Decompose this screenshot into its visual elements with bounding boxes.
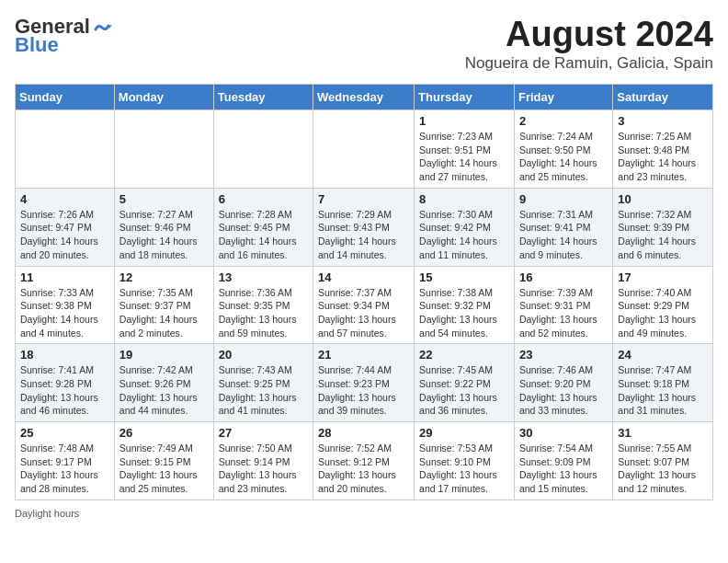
day-detail: Sunrise: 7:36 AM Sunset: 9:35 PM Dayligh… [219,286,308,340]
day-number: 20 [219,348,308,362]
day-detail: Sunrise: 7:32 AM Sunset: 9:39 PM Dayligh… [618,208,708,262]
calendar-week-4: 18Sunrise: 7:41 AM Sunset: 9:28 PM Dayli… [16,344,713,422]
day-number: 2 [519,114,608,128]
day-detail: Sunrise: 7:45 AM Sunset: 9:22 PM Dayligh… [419,363,509,418]
calendar-cell: 11Sunrise: 7:33 AM Sunset: 9:38 PM Dayli… [16,266,115,344]
day-detail: Sunrise: 7:30 AM Sunset: 9:42 PM Dayligh… [419,208,509,262]
day-detail: Sunrise: 7:23 AM Sunset: 9:51 PM Dayligh… [419,130,509,184]
day-number: 1 [419,114,509,128]
col-tuesday: Tuesday [213,85,313,110]
calendar-cell: 17Sunrise: 7:40 AM Sunset: 9:29 PM Dayli… [613,266,713,344]
day-number: 13 [219,270,308,284]
day-number: 16 [519,270,608,284]
day-number: 29 [419,426,509,440]
day-number: 23 [519,348,608,362]
day-detail: Sunrise: 7:40 AM Sunset: 9:29 PM Dayligh… [618,286,708,340]
calendar-week-3: 11Sunrise: 7:33 AM Sunset: 9:38 PM Dayli… [16,266,713,344]
calendar-cell: 6Sunrise: 7:28 AM Sunset: 9:45 PM Daylig… [213,188,313,266]
day-detail: Sunrise: 7:29 AM Sunset: 9:43 PM Dayligh… [318,208,409,262]
calendar-cell: 14Sunrise: 7:37 AM Sunset: 9:34 PM Dayli… [313,266,415,344]
day-number: 21 [318,348,409,362]
calendar-cell: 27Sunrise: 7:50 AM Sunset: 9:14 PM Dayli… [213,422,313,500]
logo-wave-icon [92,17,112,37]
col-thursday: Thursday [415,85,515,110]
calendar-week-1: 1Sunrise: 7:23 AM Sunset: 9:51 PM Daylig… [16,110,713,189]
day-detail: Sunrise: 7:37 AM Sunset: 9:34 PM Dayligh… [318,286,409,340]
calendar-cell: 31Sunrise: 7:55 AM Sunset: 9:07 PM Dayli… [613,422,713,500]
calendar-table: Sunday Monday Tuesday Wednesday Thursday… [15,84,713,500]
calendar-cell: 20Sunrise: 7:43 AM Sunset: 9:25 PM Dayli… [213,344,313,422]
calendar-cell [114,110,213,189]
day-detail: Sunrise: 7:54 AM Sunset: 9:09 PM Dayligh… [519,442,608,496]
calendar-cell: 23Sunrise: 7:46 AM Sunset: 9:20 PM Dayli… [514,344,612,422]
day-detail: Sunrise: 7:47 AM Sunset: 9:18 PM Dayligh… [618,363,708,418]
day-detail: Sunrise: 7:35 AM Sunset: 9:37 PM Dayligh… [119,286,209,340]
day-number: 19 [119,348,209,362]
calendar-cell: 4Sunrise: 7:26 AM Sunset: 9:47 PM Daylig… [16,188,115,266]
day-number: 30 [519,426,608,440]
day-detail: Sunrise: 7:48 AM Sunset: 9:17 PM Dayligh… [20,442,109,496]
calendar-cell: 29Sunrise: 7:53 AM Sunset: 9:10 PM Dayli… [415,422,515,500]
day-detail: Sunrise: 7:52 AM Sunset: 9:12 PM Dayligh… [318,442,409,496]
calendar-cell: 5Sunrise: 7:27 AM Sunset: 9:46 PM Daylig… [114,188,213,266]
day-detail: Sunrise: 7:25 AM Sunset: 9:48 PM Dayligh… [618,130,708,184]
calendar-cell: 21Sunrise: 7:44 AM Sunset: 9:23 PM Dayli… [313,344,415,422]
day-number: 7 [318,192,409,206]
day-number: 10 [618,192,708,206]
col-friday: Friday [514,85,612,110]
calendar-cell [16,110,115,189]
day-detail: Sunrise: 7:31 AM Sunset: 9:41 PM Dayligh… [519,208,608,262]
daylight-label: Daylight hours [15,508,79,519]
calendar-cell: 18Sunrise: 7:41 AM Sunset: 9:28 PM Dayli… [16,344,115,422]
day-detail: Sunrise: 7:41 AM Sunset: 9:28 PM Dayligh… [20,363,109,418]
day-detail: Sunrise: 7:43 AM Sunset: 9:25 PM Dayligh… [219,363,308,418]
day-detail: Sunrise: 7:39 AM Sunset: 9:31 PM Dayligh… [519,286,608,340]
day-detail: Sunrise: 7:33 AM Sunset: 9:38 PM Dayligh… [20,286,109,340]
calendar-cell: 7Sunrise: 7:29 AM Sunset: 9:43 PM Daylig… [313,188,415,266]
logo-blue: Blue [15,35,59,55]
day-number: 17 [618,270,708,284]
day-number: 25 [20,426,109,440]
day-detail: Sunrise: 7:26 AM Sunset: 9:47 PM Dayligh… [20,208,109,262]
day-detail: Sunrise: 7:27 AM Sunset: 9:46 PM Dayligh… [119,208,209,262]
calendar-cell: 13Sunrise: 7:36 AM Sunset: 9:35 PM Dayli… [213,266,313,344]
day-number: 18 [20,348,109,362]
calendar-cell: 3Sunrise: 7:25 AM Sunset: 9:48 PM Daylig… [613,110,713,189]
calendar-week-2: 4Sunrise: 7:26 AM Sunset: 9:47 PM Daylig… [16,188,713,266]
day-number: 5 [119,192,209,206]
day-number: 8 [419,192,509,206]
calendar-cell [313,110,415,189]
day-number: 26 [119,426,209,440]
page-subtitle: Nogueira de Ramuin, Galicia, Spain [465,54,713,73]
day-number: 6 [219,192,308,206]
calendar-cell: 19Sunrise: 7:42 AM Sunset: 9:26 PM Dayli… [114,344,213,422]
calendar-cell: 26Sunrise: 7:49 AM Sunset: 9:15 PM Dayli… [114,422,213,500]
calendar-cell: 24Sunrise: 7:47 AM Sunset: 9:18 PM Dayli… [613,344,713,422]
calendar-cell: 25Sunrise: 7:48 AM Sunset: 9:17 PM Dayli… [16,422,115,500]
day-detail: Sunrise: 7:24 AM Sunset: 9:50 PM Dayligh… [519,130,608,184]
calendar-week-5: 25Sunrise: 7:48 AM Sunset: 9:17 PM Dayli… [16,422,713,500]
title-area: August 2024 Nogueira de Ramuin, Galicia,… [465,15,713,73]
day-number: 9 [519,192,608,206]
calendar-header-row: Sunday Monday Tuesday Wednesday Thursday… [16,85,713,110]
calendar-cell: 2Sunrise: 7:24 AM Sunset: 9:50 PM Daylig… [514,110,612,189]
col-saturday: Saturday [613,85,713,110]
calendar-cell: 12Sunrise: 7:35 AM Sunset: 9:37 PM Dayli… [114,266,213,344]
day-detail: Sunrise: 7:28 AM Sunset: 9:45 PM Dayligh… [219,208,308,262]
calendar-cell: 30Sunrise: 7:54 AM Sunset: 9:09 PM Dayli… [514,422,612,500]
calendar-cell: 10Sunrise: 7:32 AM Sunset: 9:39 PM Dayli… [613,188,713,266]
day-number: 22 [419,348,509,362]
day-detail: Sunrise: 7:55 AM Sunset: 9:07 PM Dayligh… [618,442,708,496]
day-detail: Sunrise: 7:44 AM Sunset: 9:23 PM Dayligh… [318,363,409,418]
calendar-cell: 22Sunrise: 7:45 AM Sunset: 9:22 PM Dayli… [415,344,515,422]
day-number: 27 [219,426,308,440]
day-number: 12 [119,270,209,284]
calendar-cell: 15Sunrise: 7:38 AM Sunset: 9:32 PM Dayli… [415,266,515,344]
day-detail: Sunrise: 7:53 AM Sunset: 9:10 PM Dayligh… [419,442,509,496]
day-number: 4 [20,192,109,206]
day-detail: Sunrise: 7:42 AM Sunset: 9:26 PM Dayligh… [119,363,209,418]
day-number: 15 [419,270,509,284]
calendar-cell: 16Sunrise: 7:39 AM Sunset: 9:31 PM Dayli… [514,266,612,344]
col-wednesday: Wednesday [313,85,415,110]
day-number: 31 [618,426,708,440]
